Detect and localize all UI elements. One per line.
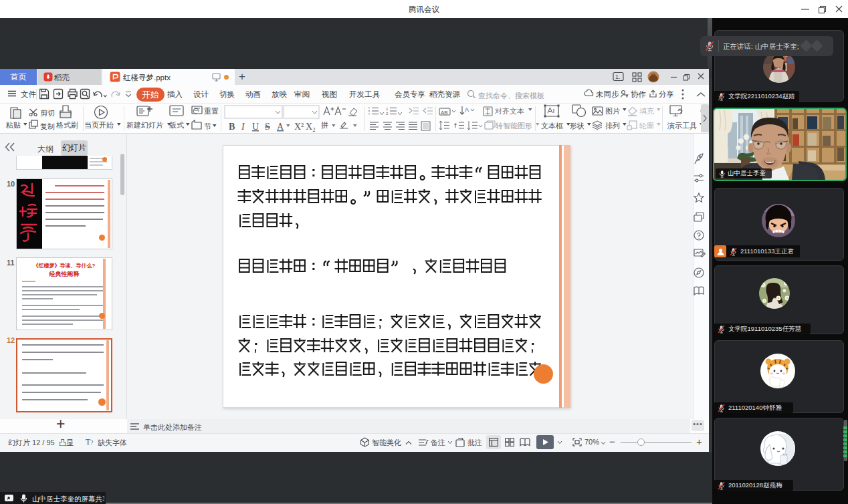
svg-text:1.: 1.	[615, 74, 621, 80]
svg-text:演示工具: 演示工具	[667, 122, 697, 130]
svg-text:填充: 填充	[639, 107, 654, 115]
svg-text:图片: 图片	[605, 107, 620, 115]
svg-text:排列: 排列	[605, 122, 620, 130]
svg-text:轮廓: 轮廓	[639, 122, 654, 130]
